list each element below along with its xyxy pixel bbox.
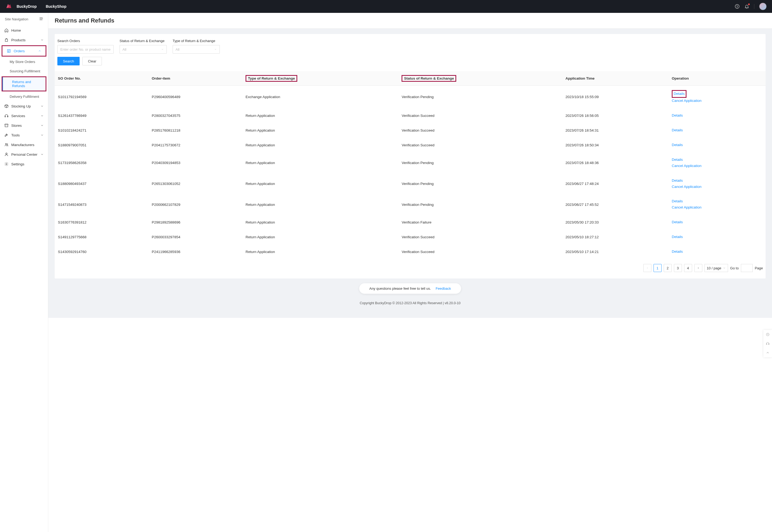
cancel-application-link[interactable]: Cancel Application <box>672 163 762 169</box>
nav-stores[interactable]: Stores <box>0 121 48 130</box>
details-link[interactable]: Details <box>672 219 762 225</box>
search-input[interactable] <box>57 45 114 54</box>
page-next[interactable] <box>694 264 702 272</box>
cell-type: Return Application <box>242 244 398 259</box>
float-top-icon[interactable] <box>763 348 772 357</box>
cell-so: S1880979007051 <box>55 138 149 152</box>
nav-personal-center[interactable]: Personal Center <box>0 150 48 159</box>
sub-my-store-orders[interactable]: My Store Orders <box>0 57 48 66</box>
goto-label: Go to <box>730 266 739 270</box>
nav-services[interactable]: Services <box>0 111 48 121</box>
cell-type: Return Application <box>242 215 398 230</box>
cell-status: Verification Pending <box>398 86 562 108</box>
nav-label: Products <box>11 38 40 42</box>
chevron-down-icon <box>40 105 44 108</box>
brand-buckyshop[interactable]: BuckyShop <box>46 4 66 9</box>
feedback-text: Any questions please feel free to tell u… <box>369 287 431 291</box>
page-1[interactable]: 1 <box>654 264 662 272</box>
sub-sourcing-fulfillment[interactable]: Sourcing Fulfillment <box>0 66 48 76</box>
cancel-application-link[interactable]: Cancel Application <box>672 184 762 190</box>
chevron-down-icon <box>214 47 217 51</box>
col-status: Status of Return & Exchange <box>398 71 562 86</box>
sub-returns-refunds[interactable]: Returns and Refunds <box>2 77 46 91</box>
chevron-down-icon <box>161 47 164 51</box>
nav-settings[interactable]: Settings <box>0 159 48 169</box>
bag-icon <box>4 38 9 42</box>
page-3[interactable]: 3 <box>674 264 682 272</box>
nav-label: Home <box>11 28 44 32</box>
cell-item: P2960400596489 <box>149 86 242 108</box>
collapse-icon[interactable] <box>39 17 43 22</box>
pagination: 1234 10 / page Go to Page <box>55 259 766 278</box>
details-link[interactable]: Details <box>672 198 762 204</box>
details-link[interactable]: Details <box>672 249 762 255</box>
cell-type: Return Application <box>242 173 398 194</box>
col-app-time: Application Time <box>562 71 669 86</box>
nav-label: Stocking Up <box>11 104 40 108</box>
help-icon[interactable] <box>735 4 740 9</box>
col-type: Type of Return & Exchange <box>242 71 398 86</box>
avatar[interactable] <box>759 3 767 10</box>
factory-icon <box>4 143 9 147</box>
table-row: S1261437786949P2800327043575Return Appli… <box>55 108 766 123</box>
cell-type: Return Application <box>242 152 398 173</box>
page-size-select[interactable]: 10 / page <box>704 264 728 272</box>
side-float-panel <box>763 330 772 357</box>
page-4[interactable]: 4 <box>684 264 692 272</box>
details-link[interactable]: Details <box>672 127 762 133</box>
logo[interactable] <box>5 3 12 10</box>
details-link[interactable]: Details <box>672 113 762 119</box>
nav-orders[interactable]: Orders <box>2 46 46 56</box>
type-select-value: All <box>176 47 179 51</box>
store-icon <box>4 123 9 128</box>
cell-item: P2600033297854 <box>149 230 242 244</box>
page-prev[interactable] <box>643 264 651 272</box>
table-row: S1010218424271P2851760811218Return Appli… <box>55 123 766 138</box>
filter-search-label: Search Orders <box>57 39 114 43</box>
nav-label: Tools <box>11 133 40 137</box>
cell-so: S1430592914760 <box>55 244 149 259</box>
copyright: Copyright BuckyDrop © 2012-2023 All Righ… <box>55 294 766 312</box>
clear-button[interactable]: Clear <box>82 57 102 65</box>
cell-type: Return Application <box>242 123 398 138</box>
goto-input[interactable] <box>741 264 753 272</box>
sub-delivery-fulfillment[interactable]: Delivery Fulfillment <box>0 92 48 101</box>
nav-home[interactable]: Home <box>0 25 48 35</box>
top-header: BuckyDrop BuckyShop <box>0 0 772 13</box>
details-link[interactable]: Details <box>672 234 762 240</box>
brand-buckydrop[interactable]: BuckyDrop <box>17 4 37 9</box>
type-select[interactable]: All <box>173 45 220 54</box>
details-link[interactable]: Details <box>672 157 762 163</box>
bell-icon[interactable] <box>744 4 749 9</box>
nav-products[interactable]: Products <box>0 35 48 45</box>
cancel-application-link[interactable]: Cancel Application <box>672 204 762 211</box>
nav-tools[interactable]: Tools <box>0 130 48 140</box>
cell-operation: DetailsCancel Application <box>669 152 766 173</box>
cell-time: 2023/06/27 17:48:24 <box>562 173 669 194</box>
feedback-link[interactable]: Feedback <box>436 287 451 291</box>
float-help-icon[interactable] <box>763 330 772 339</box>
details-link[interactable]: Details <box>672 90 686 98</box>
cell-so: S1630776391812 <box>55 215 149 230</box>
float-support-icon[interactable] <box>763 339 772 348</box>
nav-label: Settings <box>11 162 44 166</box>
cell-time: 2023/05/10 17:14:21 <box>562 244 669 259</box>
search-button[interactable]: Search <box>57 57 80 65</box>
cell-item: P2000662107829 <box>149 194 242 215</box>
cell-item: P2981892588696 <box>149 215 242 230</box>
cell-type: Return Application <box>242 108 398 123</box>
cell-status: Verification Succeed <box>398 138 562 152</box>
returns-table: SO Order No. Order-item Type of Return &… <box>55 71 766 259</box>
page-2[interactable]: 2 <box>664 264 672 272</box>
status-select[interactable]: All <box>120 45 167 54</box>
status-select-value: All <box>123 47 126 51</box>
cell-operation: DetailsCancel Application <box>669 194 766 215</box>
cell-time: 2023/07/26 18:50:34 <box>562 138 669 152</box>
chevron-up-icon <box>38 49 41 53</box>
details-link[interactable]: Details <box>672 142 762 148</box>
nav-manufacturers[interactable]: Manufacturers <box>0 140 48 150</box>
nav-stocking-up[interactable]: Stocking Up <box>0 101 48 111</box>
details-link[interactable]: Details <box>672 178 762 184</box>
cell-status: Verification Succeed <box>398 244 562 259</box>
cancel-application-link[interactable]: Cancel Application <box>672 98 762 104</box>
